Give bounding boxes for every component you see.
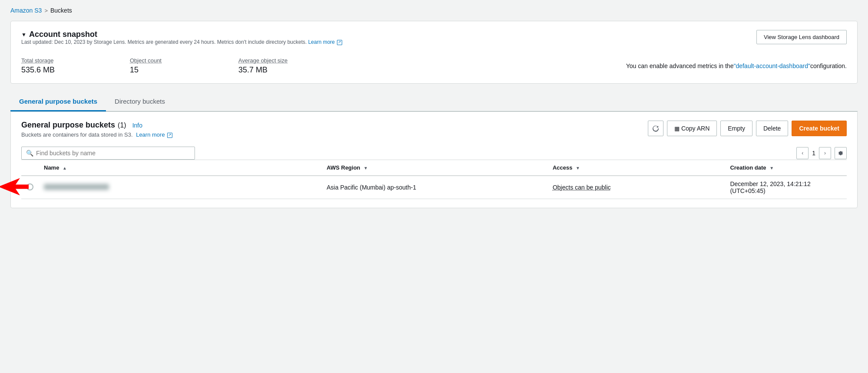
table-header-checkbox <box>21 160 39 176</box>
breadcrumb-separator: > <box>44 7 48 14</box>
advanced-metrics-note: You can enable advanced metrics in the "… <box>347 57 847 75</box>
region-sort-icon: ▼ <box>363 166 368 170</box>
delete-button[interactable]: Delete <box>756 121 788 136</box>
object-count-metric: Object count 15 <box>130 57 238 75</box>
copy-arn-button[interactable]: ▦Copy ARN <box>667 121 717 136</box>
breadcrumb-current: Buckets <box>50 7 72 14</box>
avg-object-size-label: Average object size <box>238 57 347 64</box>
refresh-icon <box>652 125 659 132</box>
bucket-name-blurred[interactable]: bucket-name-hidden <box>44 184 109 190</box>
external-link-icon <box>337 40 342 45</box>
table-cell-name[interactable]: bucket-name-hidden <box>39 176 321 199</box>
avg-object-size-value: 35.7 MB <box>238 65 347 75</box>
access-sort-icon: ▼ <box>576 166 580 170</box>
table-header-region[interactable]: AWS Region ▼ <box>321 160 547 176</box>
table-cell-region: Asia Pacific (Mumbai) ap-south-1 <box>321 176 547 199</box>
name-sort-asc-icon: ▲ <box>63 166 67 170</box>
create-bucket-button[interactable]: Create bucket <box>792 121 847 136</box>
search-box: 🔍 <box>21 147 195 160</box>
next-page-button[interactable]: › <box>819 147 831 159</box>
search-input[interactable] <box>36 150 190 157</box>
learn-more-buckets-link[interactable]: Learn more <box>136 131 172 138</box>
object-count-value: 15 <box>130 65 238 75</box>
total-storage-label: Total storage <box>21 57 130 64</box>
page-number: 1 <box>810 150 817 157</box>
table-row: bucket-name-hidden Asia Pacific (Mumbai)… <box>21 176 847 199</box>
default-account-dashboard-link[interactable]: "default-account-dashboard" <box>733 62 810 69</box>
tab-general-purpose-buckets[interactable]: General purpose buckets <box>10 92 106 111</box>
total-storage-metric: Total storage 535.6 MB <box>21 57 130 75</box>
breadcrumb: Amazon S3 > Buckets <box>10 7 858 14</box>
table-header-name[interactable]: Name ▲ <box>39 160 321 176</box>
breadcrumb-amazon-s3-link[interactable]: Amazon S3 <box>10 7 42 14</box>
table-cell-radio[interactable] <box>21 176 39 199</box>
svg-marker-0 <box>0 178 29 196</box>
account-snapshot-card: Account snapshot Last updated: Dec 10, 2… <box>10 21 858 84</box>
table-header-creation-date[interactable]: Creation date ▼ <box>725 160 847 176</box>
learn-more-external-icon <box>167 133 172 138</box>
info-link[interactable]: Info <box>132 122 142 129</box>
buckets-table: Name ▲ AWS Region ▼ Access ▼ Creation <box>21 160 847 199</box>
buckets-panel-title: General purpose buckets <box>21 121 115 130</box>
access-status-link[interactable]: Objects can be public <box>553 184 611 191</box>
buckets-panel: General purpose buckets (1) Info Buckets… <box>10 111 858 208</box>
tab-directory-buckets[interactable]: Directory buckets <box>106 92 174 111</box>
red-arrow-annotation <box>0 178 29 196</box>
snapshot-subtitle: Last updated: Dec 10, 2023 by Storage Le… <box>21 39 342 45</box>
search-icon: 🔍 <box>26 150 33 157</box>
avg-object-size-metric: Average object size 35.7 MB <box>238 57 347 75</box>
settings-icon <box>838 150 844 156</box>
snapshot-title: Account snapshot <box>21 30 342 39</box>
refresh-button[interactable] <box>648 121 663 136</box>
date-sort-icon: ▼ <box>769 166 774 170</box>
table-cell-creation-date: December 12, 2023, 14:21:12 (UTC+05:45) <box>725 176 847 199</box>
view-storage-lens-dashboard-button[interactable]: View Storage Lens dashboard <box>756 30 847 44</box>
tabs-bar: General purpose buckets Directory bucket… <box>10 92 858 111</box>
buckets-table-wrapper: Name ▲ AWS Region ▼ Access ▼ Creation <box>21 160 847 199</box>
empty-button[interactable]: Empty <box>720 121 752 136</box>
learn-more-link-snapshot[interactable]: Learn more <box>308 39 343 45</box>
search-pagination-row: 🔍 ‹ 1 › <box>21 147 847 160</box>
table-cell-access: Objects can be public <box>548 176 725 199</box>
panel-actions: ▦Copy ARN Empty Delete Create bucket <box>648 121 847 136</box>
buckets-count: (1) <box>118 121 126 129</box>
prev-page-button[interactable]: ‹ <box>796 147 809 159</box>
total-storage-value: 535.6 MB <box>21 65 130 75</box>
table-settings-button[interactable] <box>835 147 847 159</box>
buckets-panel-desc: Buckets are containers for data stored i… <box>21 131 172 138</box>
pagination: ‹ 1 › <box>796 147 831 159</box>
object-count-label: Object count <box>130 57 238 64</box>
table-header-access[interactable]: Access ▼ <box>548 160 725 176</box>
